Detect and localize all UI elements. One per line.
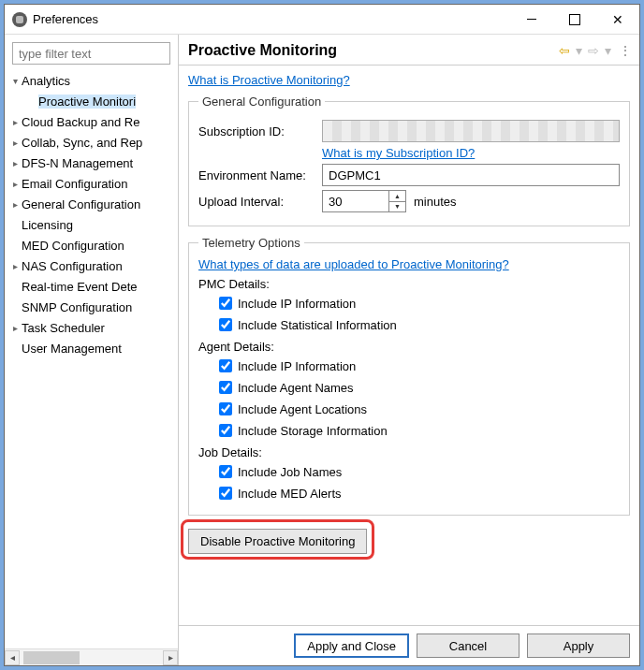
titlebar: Preferences	[5, 5, 639, 35]
what-is-link[interactable]: What is Proactive Monitoring?	[188, 73, 350, 87]
tree-item-nas[interactable]: ▸ NAS Configuration	[8, 255, 178, 276]
agent-names-label: Include Agent Names	[238, 381, 354, 395]
env-name-field[interactable]	[322, 164, 620, 186]
agent-ip-label: Include IP Information	[238, 359, 356, 373]
apply-and-close-button[interactable]: Apply and Close	[294, 634, 409, 658]
general-legend: General Configuration	[198, 95, 325, 109]
tree-item-dfsn[interactable]: ▸ DFS-N Management	[8, 153, 178, 173]
content-pane: What is Proactive Monitoring? General Co…	[179, 66, 639, 625]
minimize-icon[interactable]	[510, 5, 553, 35]
chevron-right-icon[interactable]: ▸	[8, 117, 22, 127]
filter-input[interactable]	[12, 42, 170, 65]
job-names-checkbox[interactable]	[219, 465, 232, 478]
agent-loc-label: Include Agent Locations	[238, 402, 367, 416]
chevron-right-icon[interactable]: ▸	[8, 323, 22, 333]
tree-item-task-scheduler[interactable]: ▸ Task Scheduler	[8, 317, 178, 338]
tree-item-collab-sync[interactable]: ▸ Collab, Sync, and Rep	[8, 132, 178, 153]
forward-icon[interactable]: ⇨	[588, 43, 599, 58]
preferences-window: Preferences ▾ Analytics Proactive Monito…	[4, 4, 640, 666]
tree-item-analytics[interactable]: ▾ Analytics	[8, 70, 178, 91]
tree-item-proactive-monitoring[interactable]: Proactive Monitori	[8, 91, 178, 111]
job-med-checkbox[interactable]	[219, 487, 232, 500]
env-name-label: Environment Name:	[198, 168, 322, 182]
telemetry-group: Telemetry Options What types of data are…	[188, 236, 630, 516]
disable-proactive-monitoring-button[interactable]: Disable Proactive Monitoring	[188, 529, 367, 554]
scroll-left-icon[interactable]: ◂	[5, 650, 20, 665]
content-header: Proactive Monitoring ⇦ ▾ ⇨ ▾ ⋮	[179, 35, 639, 66]
subscription-id-field[interactable]	[322, 120, 620, 142]
tree-item-general[interactable]: ▸ General Configuration	[8, 194, 178, 214]
forward-menu-icon[interactable]: ▾	[605, 43, 611, 58]
stepper-down-icon[interactable]: ▼	[389, 202, 405, 212]
window-title: Preferences	[33, 12, 98, 26]
agent-loc-checkbox[interactable]	[219, 402, 232, 415]
telemetry-legend: Telemetry Options	[198, 236, 304, 250]
tree-item-user-mgmt[interactable]: User Management	[8, 338, 178, 358]
chevron-right-icon[interactable]: ▸	[8, 199, 22, 210]
tree-item-licensing[interactable]: Licensing	[8, 214, 178, 235]
cancel-button[interactable]: Cancel	[417, 634, 520, 658]
page-title: Proactive Monitoring	[188, 42, 553, 59]
upload-interval-unit: minutes	[414, 195, 457, 209]
pmc-details-label: PMC Details:	[198, 277, 620, 291]
agent-storage-checkbox[interactable]	[219, 424, 232, 437]
agent-details-label: Agent Details:	[198, 340, 620, 354]
chevron-right-icon[interactable]: ▸	[8, 138, 22, 148]
chevron-right-icon[interactable]: ▸	[8, 261, 22, 271]
subscription-id-label: Subscription ID:	[198, 124, 322, 138]
app-icon	[12, 12, 27, 27]
job-details-label: Job Details:	[198, 445, 620, 459]
stepper-up-icon[interactable]: ▲	[389, 191, 405, 202]
telemetry-types-link[interactable]: What types of data are uploaded to Proac…	[198, 257, 509, 271]
apply-button[interactable]: Apply	[527, 634, 630, 658]
tree-item-med[interactable]: MED Configuration	[8, 235, 178, 255]
pmc-ip-checkbox[interactable]	[219, 297, 232, 310]
agent-storage-label: Include Storage Information	[238, 424, 388, 438]
agent-ip-checkbox[interactable]	[219, 359, 232, 372]
job-med-label: Include MED Alerts	[238, 487, 342, 501]
chevron-right-icon[interactable]: ▸	[8, 179, 22, 189]
pmc-stat-label: Include Statistical Information	[238, 318, 397, 332]
tree-item-realtime[interactable]: Real-time Event Dete	[8, 276, 178, 297]
chevron-right-icon[interactable]: ▸	[8, 158, 22, 168]
tree-item-snmp[interactable]: SNMP Configuration	[8, 297, 178, 317]
sidebar: ▾ Analytics Proactive Monitori ▸ Cloud B…	[5, 35, 179, 665]
subscription-id-link[interactable]: What is my Subscription ID?	[322, 146, 475, 160]
general-config-group: General Configuration Subscription ID: W…	[188, 95, 630, 226]
close-icon[interactable]	[596, 5, 639, 35]
chevron-down-icon[interactable]: ▾	[8, 76, 22, 86]
tree-item-email[interactable]: ▸ Email Configuration	[8, 173, 178, 194]
agent-names-checkbox[interactable]	[219, 381, 232, 394]
upload-interval-stepper[interactable]: ▲ ▼	[322, 190, 406, 212]
preferences-tree: ▾ Analytics Proactive Monitori ▸ Cloud B…	[5, 70, 178, 648]
pmc-stat-checkbox[interactable]	[219, 318, 232, 331]
scroll-right-icon[interactable]: ▸	[163, 650, 178, 665]
upload-interval-label: Upload Interval:	[198, 195, 322, 209]
pmc-ip-label: Include IP Information	[238, 297, 356, 311]
dialog-buttons: Apply and Close Cancel Apply	[179, 625, 639, 665]
maximize-icon[interactable]	[553, 5, 596, 35]
menu-icon[interactable]: ⋮	[619, 43, 630, 58]
tree-item-cloud-backup[interactable]: ▸ Cloud Backup and Re	[8, 111, 178, 132]
scroll-thumb[interactable]	[23, 651, 80, 664]
upload-interval-field[interactable]	[322, 190, 389, 212]
sidebar-hscrollbar[interactable]: ◂ ▸	[5, 648, 178, 665]
back-menu-icon[interactable]: ▾	[576, 43, 582, 58]
job-names-label: Include Job Names	[238, 465, 342, 479]
back-icon[interactable]: ⇦	[559, 43, 570, 58]
